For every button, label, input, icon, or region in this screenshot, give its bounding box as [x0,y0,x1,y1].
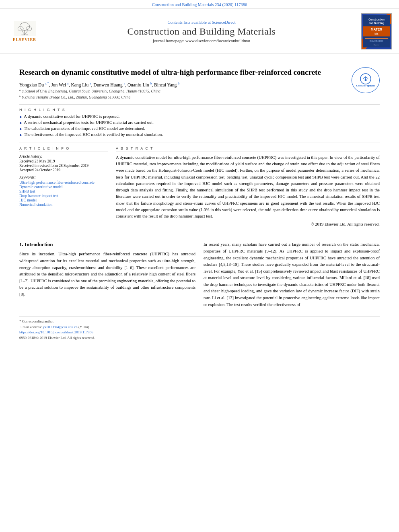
abstract-col: A B S T R A C T A dynamic constitutive m… [116,146,380,227]
article-info-abstract: A R T I C L E I N F O Article history: R… [19,146,380,227]
journal-header: ELSEVIER ELSEVIER Contents lists availab… [0,8,399,54]
journal-title: Construction and Building Materials [47,26,356,37]
intro-heading: 1. Introduction [19,241,195,248]
journal-homepage: journal homepage: www.elsevier.com/locat… [47,39,356,43]
svg-text:ISSN 0950-0618: ISSN 0950-0618 [370,40,383,42]
bullet-4: ● [19,133,22,137]
keywords-section: Keywords: Ultra-high performance fiber-r… [19,175,108,207]
svg-text:Elsevier: Elsevier [374,44,380,46]
header-center: Contents lists available at ScienceDirec… [47,20,356,43]
svg-point-19 [365,79,367,81]
history-label: Article history: [19,154,108,158]
divider-1 [19,104,380,105]
abstract-heading: A B S T R A C T [116,146,380,152]
doi-line: https://doi.org/10.1016/j.conbuildmat.20… [19,330,380,335]
article-info-heading: A R T I C L E I N F O [19,146,108,152]
keyword-4[interactable]: Drop hammer impact test [19,194,108,198]
keywords-label: Keywords: [19,175,108,179]
main-content: Research on dynamic constitutive model o… [0,54,399,346]
email-link[interactable]: yxDU0604@csu.edu.cn [43,325,77,329]
keyword-1[interactable]: Ultra-high performance fiber-reinforced … [19,181,108,185]
svg-text:Construction: Construction [368,18,385,21]
highlight-text-3: The calculation parameters of the improv… [24,126,145,131]
journal-logo-right: Construction and Building MATER ials ISS… [360,13,393,49]
keyword-2[interactable]: Dynamic constitutive model [19,185,108,189]
accepted-date: Accepted 24 October 2019 [19,168,108,172]
highlight-item-3: ● The calculation parameters of the impr… [19,126,380,131]
svg-text:and Building: and Building [369,22,385,25]
highlight-text-1: A dynamic constitutive model for UHPFRC … [24,114,119,119]
abstract-text: A dynamic constitutive model for ultra-h… [116,154,380,220]
article-info-col: A R T I C L E I N F O Article history: R… [19,146,108,227]
svg-text:MATER: MATER [371,28,383,31]
keyword-6[interactable]: Numerical simulation [19,203,108,207]
sciencedirect-name[interactable]: ScienceDirect [212,20,236,25]
journal-reference: Construction and Building Materials 234 … [0,0,399,8]
contents-label: Contents lists available at [167,20,211,25]
copyright: © 2019 Elsevier Ltd. All rights reserved… [116,222,380,226]
highlights-heading: H I G H L I G H T S [19,108,380,112]
intro-right-para: In recent years, many scholars have carr… [204,241,380,308]
article-title-text: Research on dynamic constitutive model o… [19,68,321,76]
footnote-asterisk: * Corresponding author. [19,319,54,323]
article-title-block: Research on dynamic constitutive model o… [19,67,380,78]
bullet-3: ● [19,127,22,131]
bullet-1: ● [19,115,22,119]
elsevier-label: ELSEVIER [13,37,37,42]
issn-line: 0950-0618/© 2019 Elsevier Ltd. All right… [19,335,380,341]
bullet-2: ● [19,121,22,125]
highlight-item-1: ● A dynamic constitutive model for UHPFR… [19,114,380,119]
divider-3 [19,233,380,233]
highlight-text-4: The effectiveness of the improved HJC mo… [24,132,163,137]
highlight-item-4: ● The effectiveness of the improved HJC … [19,132,380,137]
email-note: E-mail address: yxDU0604@csu.edu.cn (Y. … [19,325,380,330]
intro-left: 1. Introduction Since its inception, Ult… [19,241,195,308]
intro-section: 1. Introduction Since its inception, Ult… [19,241,380,308]
svg-text:ials: ials [374,32,378,35]
intro-right: In recent years, many scholars have carr… [204,241,380,308]
elsevier-logo: ELSEVIER ELSEVIER [6,21,43,42]
footer-note: * Corresponding author. E-mail address: … [19,316,380,341]
highlights-section: H I G H L I G H T S ● A dynamic constitu… [19,108,380,137]
email-label: E-mail address: [19,325,42,329]
authors-line: Yongxiao Du a,*, Jun Wei a, Kang Liu a, … [19,82,380,87]
affiliation-b: b b Zhuhai Honghe Bridge Co., Ltd., Zhuh… [19,94,380,99]
intro-two-col: 1. Introduction Since its inception, Ult… [19,241,380,308]
svg-text:ELSEVIER: ELSEVIER [21,34,28,36]
highlight-item-2: ● A series of mechanical properties test… [19,120,380,125]
svg-rect-15 [365,38,388,39]
revised-date: Received in revised form 28 September 20… [19,164,108,168]
email-suffix: (Y. Du). [78,325,90,329]
sciencedirect-link: Contents lists available at ScienceDirec… [47,20,356,25]
doi-link[interactable]: https://doi.org/10.1016/j.conbuildmat.20… [19,330,93,334]
article-history: Article history: Received 23 May 2019 Re… [19,154,108,172]
intro-left-para: Since its inception, Ultra-high performa… [19,251,195,298]
keyword-3[interactable]: SHPB test [19,189,108,193]
affiliation-a: a a School of Civil Engineering, Central… [19,88,380,93]
received-date: Received 23 May 2019 [19,159,108,163]
divider-2 [19,142,380,142]
keyword-5[interactable]: HJC model [19,198,108,202]
corresponding-note: * Corresponding author. [19,319,380,325]
journal-logo-box: Construction and Building MATER ials ISS… [361,13,392,49]
check-updates-badge[interactable]: Check for updates [352,67,380,93]
check-updates-label: Check for updates [356,84,375,88]
highlight-text-2: A series of mechanical properties tests … [24,120,153,125]
